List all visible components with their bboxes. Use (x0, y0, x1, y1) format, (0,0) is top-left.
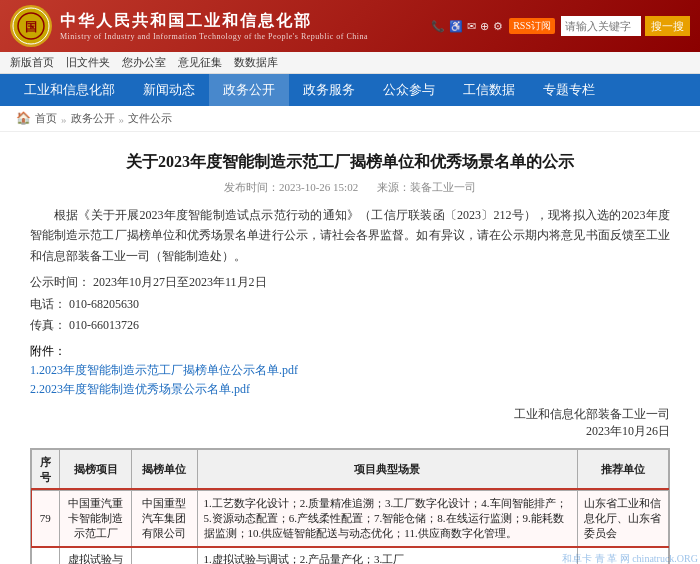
attach-title: 附件： (30, 344, 66, 358)
breadcrumb-sep1: » (61, 113, 67, 125)
nav-item-news[interactable]: 新闻动态 (129, 74, 209, 106)
nav-item-data[interactable]: 工信数据 (449, 74, 529, 106)
rss-badge[interactable]: RSS订阅 (509, 18, 555, 34)
phone-value: 010-68205630 (69, 297, 139, 311)
accessibility-icon: ♿ (449, 20, 463, 33)
logo-emblem: 国 (10, 5, 52, 47)
attachments: 附件： 1.2023年度智能制造示范工厂揭榜单位公示名单.pdf 2.2023年… (30, 343, 670, 398)
svg-text:国: 国 (25, 20, 37, 34)
fax-value: 010-66013726 (69, 318, 139, 332)
pub-time-line: 公示时间： 2023年10月27日至2023年11月2日 (30, 272, 670, 294)
nav-item-miit[interactable]: 工业和信息化部 (10, 74, 129, 106)
col-header-unit: 揭榜单位 (132, 449, 197, 490)
nav-bar: 工业和信息化部 新闻动态 政务公开 政务服务 公众参与 工信数据 专题专栏 (0, 74, 700, 106)
utility-link-feedback[interactable]: 意见征集 (178, 55, 222, 70)
cell-scenarios-79: 1.工艺数字化设计；2.质量精准追溯；3.工厂数字化设计；4.车间智能排产；5.… (197, 490, 577, 546)
utility-link-archive[interactable]: 旧文件夹 (66, 55, 110, 70)
cell-scenarios-next: 1.虚拟试验与调试；2.产品量产化；3.工厂 (197, 546, 577, 564)
cell-recommend-next (577, 546, 668, 564)
fax-label: 传真： (30, 318, 66, 332)
cell-project-79: 中国重汽重卡智能制造示范工厂 (59, 490, 132, 546)
phone-label: 电话： (30, 297, 66, 311)
header-icons: 📞 ♿ ✉ ⊕ ⚙ (431, 20, 503, 33)
search-input[interactable] (561, 16, 641, 36)
site-title-cn: 中华人民共和国工业和信息化部 (60, 11, 368, 32)
attachment-2[interactable]: 2.2023年度智能制造优秀场景公示名单.pdf (30, 381, 670, 398)
cell-project-next: 虚拟试验与调试 (59, 546, 132, 564)
nav-item-govservice[interactable]: 政务服务 (289, 74, 369, 106)
cell-id-next: 1 (32, 546, 60, 564)
col-header-id: 序号 (32, 449, 60, 490)
utility-link-home[interactable]: 新版首页 (10, 55, 54, 70)
phone-icon: 📞 (431, 20, 445, 33)
nav-item-public[interactable]: 公众参与 (369, 74, 449, 106)
pub-time-label: 公示时间： (30, 275, 90, 289)
article-body: 根据《关于开展2023年度智能制造试点示范行动的通知》（工信厅联装函〔2023〕… (30, 205, 670, 266)
breadcrumb-home[interactable]: 首页 (35, 111, 57, 126)
breadcrumb-item1[interactable]: 政务公开 (71, 111, 115, 126)
article-paragraph: 根据《关于开展2023年度智能制造试点示范行动的通知》（工信厅联装函〔2023〕… (30, 205, 670, 266)
data-table: 序号 揭榜项目 揭榜单位 项目典型场景 推荐单位 79 中国重汽重卡智能制造示范… (31, 449, 669, 564)
breadcrumb: 🏠 首页 » 政务公开 » 文件公示 (0, 106, 700, 132)
col-header-project: 揭榜项目 (59, 449, 132, 490)
logo-area: 国 中华人民共和国工业和信息化部 Ministry of Industry an… (10, 5, 368, 47)
cell-unit-79: 中国重型汽车集团有限公司 (132, 490, 197, 546)
header-right: 📞 ♿ ✉ ⊕ ⚙ RSS订阅 搜一搜 (431, 16, 690, 36)
cell-unit-next (132, 546, 197, 564)
breadcrumb-sep2: » (119, 113, 125, 125)
nav-item-govopen[interactable]: 政务公开 (209, 74, 289, 106)
settings-icon: ⚙ (493, 20, 503, 33)
cell-recommend-79: 山东省工业和信息化厅、山东省委员会 (577, 490, 668, 546)
meta-source: 来源：装备工业一司 (377, 181, 476, 193)
data-table-wrap: 序号 揭榜项目 揭榜单位 项目典型场景 推荐单位 79 中国重汽重卡智能制造示范… (30, 448, 670, 564)
breadcrumb-item2[interactable]: 文件公示 (128, 111, 172, 126)
nav-item-special[interactable]: 专题专栏 (529, 74, 609, 106)
main-content: 关于2023年度智能制造示范工厂揭榜单位和优秀场景名单的公示 发布时间：2023… (0, 132, 700, 564)
table-row: 1 虚拟试验与调试 1.虚拟试验与调试；2.产品量产化；3.工厂 (32, 546, 669, 564)
utility-link-data[interactable]: 数数据库 (234, 55, 278, 70)
table-header-row: 序号 揭榜项目 揭榜单位 项目典型场景 推荐单位 (32, 449, 669, 490)
article-title: 关于2023年度智能制造示范工厂揭榜单位和优秀场景名单的公示 (30, 150, 670, 174)
fax-line: 传真： 010-66013726 (30, 315, 670, 337)
org-sign: 工业和信息化部装备工业一司 2023年10月26日 (30, 406, 670, 440)
search-button[interactable]: 搜一搜 (645, 16, 690, 36)
table-row: 79 中国重汽重卡智能制造示范工厂 中国重型汽车集团有限公司 1.工艺数字化设计… (32, 490, 669, 546)
cell-id-79: 79 (32, 490, 60, 546)
org-name: 工业和信息化部装备工业一司 (30, 406, 670, 423)
pub-info: 公示时间： 2023年10月27日至2023年11月2日 电话： 010-682… (30, 272, 670, 337)
attachment-1[interactable]: 1.2023年度智能制造示范工厂揭榜单位公示名单.pdf (30, 362, 670, 379)
col-header-recommend: 推荐单位 (577, 449, 668, 490)
logo-text: 中华人民共和国工业和信息化部 Ministry of Industry and … (60, 11, 368, 41)
meta-date: 发布时间：2023-10-26 15:02 (224, 181, 358, 193)
utility-bar: 新版首页 旧文件夹 您办公室 意见征集 数数据库 (0, 52, 700, 74)
site-title-en: Ministry of Industry and Information Tec… (60, 32, 368, 41)
pub-time-value: 2023年10月27日至2023年11月2日 (93, 275, 267, 289)
utility-link-location[interactable]: 您办公室 (122, 55, 166, 70)
org-date: 2023年10月26日 (30, 423, 670, 440)
share-icon: ⊕ (480, 20, 489, 33)
phone-line: 电话： 010-68205630 (30, 294, 670, 316)
header-search: 搜一搜 (561, 16, 690, 36)
email-icon: ✉ (467, 20, 476, 33)
top-header: 国 中华人民共和国工业和信息化部 Ministry of Industry an… (0, 0, 700, 52)
col-header-scenarios: 项目典型场景 (197, 449, 577, 490)
home-icon: 🏠 (16, 111, 31, 126)
article-meta: 发布时间：2023-10-26 15:02 来源：装备工业一司 (30, 180, 670, 195)
